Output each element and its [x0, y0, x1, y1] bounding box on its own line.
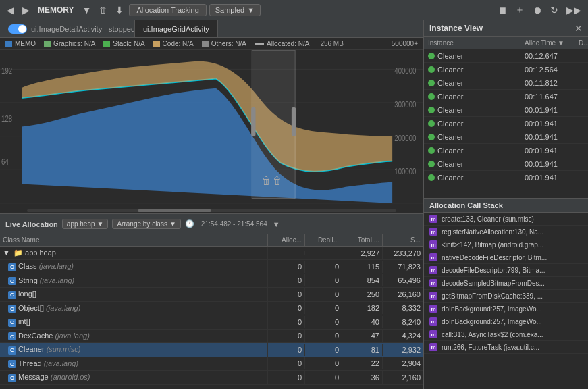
instance-row[interactable]: Cleaner 00:01.941	[424, 144, 588, 157]
tab-image-grid-activity[interactable]: ui.ImageGridActivity	[135, 20, 218, 37]
close-button[interactable]: ✕	[574, 23, 583, 34]
call-stack-item[interactable]: m doInBackground:257, ImageWo...	[424, 315, 588, 328]
call-stack-item[interactable]: m doInBackground:257, ImageWo...	[424, 303, 588, 315]
td-dealloc: 0	[305, 316, 342, 328]
m-badge-icon: m	[429, 343, 437, 351]
stop-button[interactable]: ⏹	[495, 3, 510, 17]
clock-icon: 🕐	[185, 219, 194, 228]
td-total: 250	[342, 288, 383, 301]
plus-button[interactable]: ＋	[512, 3, 527, 18]
td-name: C String (java.lang)	[0, 274, 268, 288]
itd-time: 00:11.647	[520, 91, 574, 102]
itd-name: Cleaner	[424, 145, 520, 156]
table-row[interactable]: C Object[] (java.lang) 0 0 182 8,332	[0, 302, 423, 316]
table-row[interactable]: C String (java.lang) 0 0 854 65,496	[0, 274, 423, 288]
chart-scrollbar[interactable]	[0, 208, 423, 213]
class-name: Message (android.os)	[18, 373, 90, 381]
refresh-button[interactable]: ↻	[547, 3, 561, 17]
th-alloc[interactable]: Alloc...	[268, 234, 305, 246]
call-stack-item[interactable]: m call:313, AsyncTask$2 (com.exa...	[424, 328, 588, 341]
class-icon: C	[8, 374, 16, 382]
filter-icon[interactable]: ▼	[273, 220, 280, 228]
instance-row[interactable]: Cleaner 00:01.941	[424, 130, 588, 144]
forward-button[interactable]: ▶	[20, 3, 32, 17]
itd-time: 00:12.564	[520, 64, 574, 75]
td-size: 71,823	[383, 261, 423, 273]
instance-name: Cleaner	[437, 120, 464, 128]
call-stack-item[interactable]: m decodeFileDescriptor:799, Bitma...	[424, 264, 588, 277]
more-button[interactable]: ▶▶	[564, 3, 584, 17]
alloc-tracking-button[interactable]: Allocation Tracking	[129, 4, 206, 16]
table-row[interactable]: C long[] 0 0 250 26,160	[0, 288, 423, 302]
call-stack-item[interactable]: m run:266, FutureTask (java.util.c...	[424, 341, 588, 354]
class-name: DexCache (java.lang)	[18, 332, 90, 340]
activity-toggle[interactable]	[8, 24, 27, 34]
dropdown-arrow-button[interactable]: ▼	[80, 3, 95, 17]
back-button[interactable]: ◀	[4, 3, 17, 17]
record-button[interactable]: ⏺	[530, 3, 545, 17]
td-dealloc	[305, 251, 342, 255]
th-d[interactable]: D...	[574, 37, 588, 49]
itd-d	[574, 176, 588, 179]
instance-row[interactable]: Cleaner 00:01.941	[424, 103, 588, 117]
sampled-dropdown[interactable]: Sampled ▼	[209, 4, 261, 16]
arrange-dropdown[interactable]: Arrange by class ▼	[112, 219, 180, 229]
table-row[interactable]: C Message (android.os) 0 0 36 2,160	[0, 371, 423, 385]
bottom-section: Live Allocation app heap ▼ Arrange by cl…	[0, 213, 423, 389]
instance-row[interactable]: Cleaner 00:01.941	[424, 117, 588, 130]
instance-row[interactable]: Cleaner 00:11.647	[424, 90, 588, 103]
table-row[interactable]: C Thread (java.lang) 0 0 22 2,904	[0, 357, 423, 371]
dump-button[interactable]: ⬇	[113, 3, 126, 17]
table-row[interactable]: C int[] 0 0 40 8,240	[0, 315, 423, 330]
th-size[interactable]: S...	[383, 234, 423, 246]
instance-row[interactable]: Cleaner 00:01.941	[424, 171, 588, 184]
th-dealloc[interactable]: Deall...	[305, 234, 342, 246]
td-size: 2,932	[383, 344, 423, 356]
alloc-table[interactable]: Class Name Alloc... Deall... Total ... S…	[0, 234, 423, 389]
call-stack-item[interactable]: m <init>:142, Bitmap (android.grap...	[424, 238, 588, 251]
table-row-cleaner[interactable]: C Cleaner (sun.misc) 0 0 81 2,932	[0, 343, 423, 357]
call-stack-item[interactable]: m decodeSampledBitmapFromDes...	[424, 277, 588, 290]
call-stack-item[interactable]: m getBitmapFromDiskCache:339, ...	[424, 290, 588, 303]
chart-canvas[interactable]: 400000 300000 200000 100000 192 128 64	[0, 50, 423, 208]
heap-selected-label: app heap	[67, 220, 95, 228]
instance-green-dot	[428, 66, 435, 73]
instance-row[interactable]: Cleaner 00:12.647	[424, 49, 588, 63]
class-icon: C	[8, 360, 16, 368]
svg-text:192: 192	[1, 66, 12, 76]
svg-text:100000: 100000	[394, 167, 416, 176]
legend-graphics-dot	[44, 41, 51, 47]
instance-name: Cleaner	[437, 174, 464, 182]
instance-list[interactable]: Cleaner 00:12.647 Cleaner 00:12.564 Clea…	[424, 49, 588, 198]
th-alloc-time[interactable]: Alloc Time ▼	[520, 37, 574, 49]
heap-dropdown[interactable]: app heap ▼	[62, 219, 109, 229]
td-total: 40	[342, 316, 383, 328]
th-instance[interactable]: Instance	[424, 37, 520, 49]
call-stack-list[interactable]: m create:133, Cleaner (sun.misc) m regis…	[424, 213, 588, 389]
call-stack-item[interactable]: m registerNativeAllocation:130, Na...	[424, 226, 588, 238]
class-icon: C	[8, 305, 16, 313]
td-name: C int[]	[0, 315, 268, 329]
itd-d	[574, 149, 588, 152]
legend-max-left: 256 MB	[320, 40, 343, 47]
activity-tabs: ui.ImageDetailActivity - stopped - destr…	[0, 20, 423, 38]
m-badge-icon: m	[429, 305, 437, 313]
legend-code-label: Code: N/A	[163, 40, 194, 47]
instance-row[interactable]: Cleaner 00:11.812	[424, 76, 588, 90]
instance-row[interactable]: Cleaner 00:12.564	[424, 63, 588, 76]
svg-text:🗑: 🗑	[263, 175, 271, 186]
th-class-name[interactable]: Class Name	[0, 234, 268, 246]
scrollbar-thumb[interactable]	[138, 209, 211, 212]
table-row[interactable]: C DexCache (java.lang) 0 0 47 4,324	[0, 330, 423, 344]
scrollbar-track[interactable]	[27, 209, 396, 212]
call-stack-item[interactable]: m create:133, Cleaner (sun.misc)	[424, 213, 588, 226]
legend-stack-dot	[103, 41, 110, 47]
instance-row[interactable]: Cleaner 00:01.941	[424, 157, 588, 171]
call-text: decodeFileDescriptor:799, Bitma...	[442, 267, 545, 274]
call-stack-item[interactable]: m nativeDecodeFileDescriptor, Bitm...	[424, 251, 588, 264]
table-row[interactable]: ▼ 📁 app heap 2,927 233,270	[0, 247, 423, 260]
tab-image-detail-activity[interactable]: ui.ImageDetailActivity - stopped - destr…	[0, 20, 135, 37]
table-row[interactable]: C Class (java.lang) 0 0 115 71,823	[0, 260, 423, 274]
gc-button[interactable]: 🗑	[97, 4, 110, 16]
th-total[interactable]: Total ...	[342, 234, 383, 246]
